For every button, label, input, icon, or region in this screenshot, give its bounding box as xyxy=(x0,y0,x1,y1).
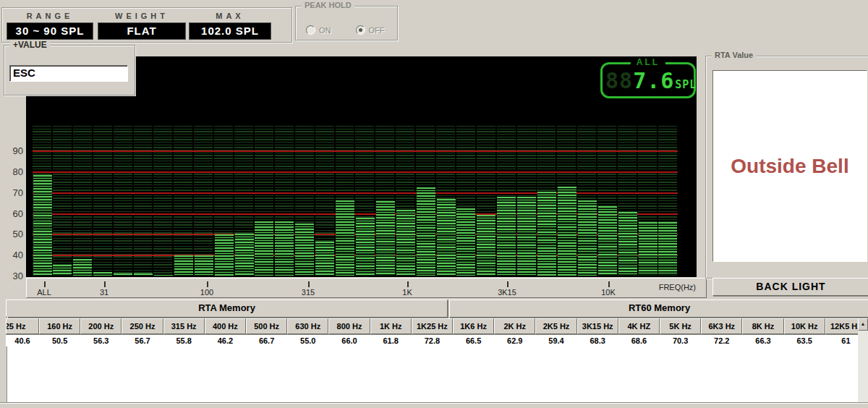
display-settings-panel: RANGE 30 ~ 90 SPL WEIGHT FLAT MAX 102.0 … xyxy=(1,7,292,43)
radio-on-icon[interactable] xyxy=(306,25,315,35)
spectrum-bar-1.6K xyxy=(437,199,456,276)
spectrum-bar-4K xyxy=(517,197,536,276)
peak-hold-line-90db xyxy=(33,150,678,152)
table-value-1K25Hz: 72.8 xyxy=(412,335,453,347)
table-header-630Hz: 630 Hz xyxy=(287,318,328,334)
freq-tick-label-10K: 10K xyxy=(587,288,630,297)
table-value-500Hz: 66.7 xyxy=(246,335,287,347)
spectrum-bar-315 xyxy=(295,224,314,276)
spectrum-bar-31.5 xyxy=(93,272,112,276)
freq-axis: FREQ(Hz) ALL311003151K3K1510K xyxy=(26,278,707,298)
spectrum-bar-2.5K xyxy=(477,215,495,276)
y-axis-label-60: 60 xyxy=(4,208,23,219)
spectrum-bar-20 xyxy=(53,265,72,276)
peak-hold-label: PEAK HOLD xyxy=(302,1,354,9)
weight-label: WEIGHT xyxy=(98,12,186,20)
freq-tick-label-ALL: ALL xyxy=(22,288,66,297)
freq-tick-ALL xyxy=(44,281,46,287)
table-value-125Hz: 40.6 xyxy=(6,335,39,347)
weight-display: FLAT xyxy=(98,22,186,40)
led-ghost-digits: 88 xyxy=(605,68,633,93)
y-axis-label-30: 30 xyxy=(4,271,23,281)
table-header-125Hz: 125 Hz xyxy=(6,318,39,334)
spectrum-bar-400 xyxy=(315,242,334,276)
back-light-button[interactable]: BACK LIGHT xyxy=(712,278,868,296)
table-value-1KHz: 61.8 xyxy=(370,335,412,347)
tab-rt60-memory[interactable]: RT60 Memory xyxy=(449,299,868,318)
table-header-3K15Hz: 3K15 Hz xyxy=(577,318,618,334)
range-display: 30 ~ 90 SPL xyxy=(7,22,93,40)
max-display: 102.0 SPL xyxy=(189,22,271,40)
table-value-315Hz: 55.8 xyxy=(163,335,205,347)
freq-tick-10K xyxy=(608,281,610,287)
led-all-label: ALL xyxy=(631,57,665,67)
rta-analyzer-window: RANGE 30 ~ 90 SPL WEIGHT FLAT MAX 102.0 … xyxy=(0,0,868,408)
spectrum-bar-50 xyxy=(134,273,153,276)
peak-hold-line-80db xyxy=(33,171,678,173)
freq-tick-3K15 xyxy=(507,281,509,287)
tab-rta-memory[interactable]: RTA Memory xyxy=(6,299,448,318)
scroll-up-button[interactable]: ▲ xyxy=(858,318,868,331)
y-axis-label-90: 90 xyxy=(4,145,23,156)
peak-hold-line-70db xyxy=(33,192,678,194)
window-bottom-edge xyxy=(0,402,868,408)
peak-hold-off-radio[interactable]: OFF xyxy=(356,25,385,35)
table-header-1KHz: 1K Hz xyxy=(370,318,412,334)
table-header-6K3Hz: 6K3 Hz xyxy=(701,318,742,334)
freq-tick-label-100: 100 xyxy=(185,288,229,297)
led-digits: 887.6SPL xyxy=(605,68,697,93)
freq-tick-1K xyxy=(407,281,409,287)
table-header-2KHz: 2K Hz xyxy=(494,318,535,334)
value-box-label: +VALUE xyxy=(10,40,50,50)
table-value-8KHz: 66.3 xyxy=(742,335,783,347)
freq-tick-31 xyxy=(104,281,106,287)
freq-tick-label-3K15: 3K15 xyxy=(485,288,529,297)
y-axis-label-70: 70 xyxy=(4,187,23,198)
table-header-8KHz: 8K Hz xyxy=(742,318,783,334)
freq-tick-100 xyxy=(207,281,208,287)
rta-value-label: RTA Value xyxy=(712,51,756,59)
freq-tick-label-31: 31 xyxy=(82,288,126,297)
table-value-4KHZ: 68.6 xyxy=(618,335,660,347)
rta-value-text: Outside Bell xyxy=(731,155,848,178)
radio-off-label: OFF xyxy=(369,26,385,35)
table-scrollbar[interactable]: ▲ xyxy=(858,318,868,402)
radio-off-icon[interactable] xyxy=(356,25,365,35)
y-axis-label-80: 80 xyxy=(4,166,23,177)
spectrum-bar-16K xyxy=(639,222,658,276)
table-value-3K15Hz: 68.3 xyxy=(577,335,618,347)
freq-tick-315 xyxy=(308,281,310,287)
table-header-250Hz: 250 Hz xyxy=(122,318,163,334)
spectrum-bar-20K xyxy=(658,222,677,276)
peak-hold-on-radio[interactable]: ON xyxy=(306,25,331,35)
table-header-5KHz: 5K Hz xyxy=(660,318,701,334)
table-value-5KHz: 70.3 xyxy=(660,335,701,347)
table-value-400Hz: 46.2 xyxy=(205,335,246,347)
led-display: ALL 887.6SPL xyxy=(600,62,696,98)
peak-hold-group: PEAK HOLD ON OFF xyxy=(295,6,398,41)
spectrum-bar-100 xyxy=(195,255,213,276)
spectrum-bar-3.15K xyxy=(497,197,516,276)
table-value-2KHz: 62.9 xyxy=(494,335,535,347)
table-value-2K5Hz: 59.4 xyxy=(535,335,576,347)
spectrum-bar-1.25K xyxy=(417,187,435,276)
spectrum-bar-25 xyxy=(73,259,92,276)
table-value-630Hz: 55.0 xyxy=(287,335,328,347)
spectrum-bar-10K xyxy=(598,206,617,276)
spectrum-bar-630 xyxy=(356,218,375,276)
led-value: 7.6 xyxy=(633,68,674,93)
table-header-2K5Hz: 2K5 Hz xyxy=(535,318,576,334)
spectrum-bar-160 xyxy=(235,234,254,276)
table-header-800Hz: 800 Hz xyxy=(328,318,370,334)
table-header-1K25Hz: 1K25 Hz xyxy=(412,318,453,334)
table-value-800Hz: 66.0 xyxy=(328,335,370,347)
spectrum-bar-40 xyxy=(114,273,132,276)
spectrum-bar-63 xyxy=(154,275,173,276)
spectrum-bar-6.3K xyxy=(558,187,576,276)
led-unit: SPL xyxy=(675,78,697,91)
spectrum-bar-250 xyxy=(275,221,294,276)
spectrum-bar-800 xyxy=(376,201,395,276)
spectrum-bar-125 xyxy=(215,234,234,276)
value-input[interactable]: ESC xyxy=(9,65,128,82)
table-header-200Hz: 200 Hz xyxy=(80,318,122,334)
